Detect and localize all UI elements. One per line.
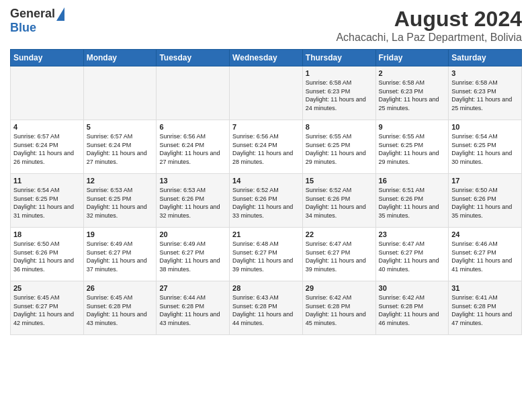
header-wednesday: Wednesday — [230, 50, 303, 66]
day-number: 7 — [232, 123, 300, 131]
day-number: 18 — [13, 230, 81, 238]
calendar-cell: 28Sunrise: 6:43 AM Sunset: 6:28 PM Dayli… — [230, 281, 303, 335]
header-thursday: Thursday — [302, 50, 375, 66]
day-number: 9 — [379, 123, 446, 131]
logo: General Blue — [10, 7, 64, 35]
calendar-cell: 29Sunrise: 6:42 AM Sunset: 6:28 PM Dayli… — [302, 281, 375, 335]
day-number: 27 — [159, 284, 226, 292]
logo-blue-text: Blue — [10, 21, 36, 35]
cell-content: Sunrise: 6:50 AM Sunset: 6:26 PM Dayligh… — [451, 186, 519, 220]
day-number: 26 — [87, 284, 154, 292]
calendar-cell — [230, 66, 303, 120]
day-number: 22 — [306, 230, 373, 238]
calendar-cell: 9Sunrise: 6:55 AM Sunset: 6:25 PM Daylig… — [375, 120, 449, 174]
logo-triangle-icon — [56, 7, 64, 21]
calendar-cell: 14Sunrise: 6:52 AM Sunset: 6:26 PM Dayli… — [230, 174, 303, 228]
cell-content: Sunrise: 6:53 AM Sunset: 6:25 PM Dayligh… — [87, 186, 154, 220]
calendar-cell: 27Sunrise: 6:44 AM Sunset: 6:28 PM Dayli… — [157, 281, 230, 335]
cell-content: Sunrise: 6:57 AM Sunset: 6:24 PM Dayligh… — [87, 132, 154, 166]
header-sunday: Sunday — [11, 50, 84, 66]
cell-content: Sunrise: 6:49 AM Sunset: 6:27 PM Dayligh… — [159, 240, 226, 273]
cell-content: Sunrise: 6:42 AM Sunset: 6:28 PM Dayligh… — [379, 293, 446, 327]
header-row: Sunday Monday Tuesday Wednesday Thursday… — [11, 50, 522, 66]
day-number: 8 — [306, 123, 373, 131]
calendar-cell: 3Sunrise: 6:58 AM Sunset: 6:23 PM Daylig… — [449, 66, 522, 120]
cell-content: Sunrise: 6:44 AM Sunset: 6:28 PM Dayligh… — [159, 293, 226, 327]
week-row-5: 25Sunrise: 6:45 AM Sunset: 6:27 PM Dayli… — [11, 281, 522, 335]
day-number: 6 — [159, 123, 226, 131]
calendar-cell: 8Sunrise: 6:55 AM Sunset: 6:25 PM Daylig… — [302, 120, 375, 174]
header-friday: Friday — [375, 50, 449, 66]
calendar-cell: 13Sunrise: 6:53 AM Sunset: 6:26 PM Dayli… — [157, 174, 230, 228]
cell-content: Sunrise: 6:43 AM Sunset: 6:28 PM Dayligh… — [232, 293, 300, 327]
cell-content: Sunrise: 6:50 AM Sunset: 6:26 PM Dayligh… — [13, 240, 81, 273]
main-title: August 2024 — [336, 7, 522, 32]
calendar-cell: 24Sunrise: 6:46 AM Sunset: 6:27 PM Dayli… — [449, 228, 522, 281]
calendar-cell — [11, 66, 84, 120]
day-number: 1 — [306, 69, 373, 77]
calendar-cell: 11Sunrise: 6:54 AM Sunset: 6:25 PM Dayli… — [11, 174, 84, 228]
week-row-4: 18Sunrise: 6:50 AM Sunset: 6:26 PM Dayli… — [11, 228, 522, 281]
calendar-cell: 25Sunrise: 6:45 AM Sunset: 6:27 PM Dayli… — [11, 281, 84, 335]
day-number: 30 — [379, 284, 446, 292]
cell-content: Sunrise: 6:45 AM Sunset: 6:27 PM Dayligh… — [13, 293, 81, 327]
calendar-cell — [157, 66, 230, 120]
title-block: August 2024 Achacachi, La Paz Department… — [336, 7, 522, 44]
calendar-cell: 7Sunrise: 6:56 AM Sunset: 6:24 PM Daylig… — [230, 120, 303, 174]
day-number: 28 — [232, 284, 300, 292]
calendar-cell: 15Sunrise: 6:52 AM Sunset: 6:26 PM Dayli… — [302, 174, 375, 228]
cell-content: Sunrise: 6:55 AM Sunset: 6:25 PM Dayligh… — [306, 132, 373, 166]
cell-content: Sunrise: 6:58 AM Sunset: 6:23 PM Dayligh… — [306, 79, 373, 112]
page: General Blue August 2024 Achacachi, La P… — [0, 0, 532, 411]
calendar-cell: 30Sunrise: 6:42 AM Sunset: 6:28 PM Dayli… — [375, 281, 449, 335]
calendar-cell: 17Sunrise: 6:50 AM Sunset: 6:26 PM Dayli… — [449, 174, 522, 228]
calendar-cell: 21Sunrise: 6:48 AM Sunset: 6:27 PM Dayli… — [230, 228, 303, 281]
calendar-cell: 2Sunrise: 6:58 AM Sunset: 6:23 PM Daylig… — [375, 66, 449, 120]
day-number: 13 — [159, 177, 226, 185]
cell-content: Sunrise: 6:46 AM Sunset: 6:27 PM Dayligh… — [451, 240, 519, 273]
cell-content: Sunrise: 6:53 AM Sunset: 6:26 PM Dayligh… — [159, 186, 226, 220]
cell-content: Sunrise: 6:57 AM Sunset: 6:24 PM Dayligh… — [13, 132, 81, 166]
cell-content: Sunrise: 6:56 AM Sunset: 6:24 PM Dayligh… — [232, 132, 300, 166]
cell-content: Sunrise: 6:52 AM Sunset: 6:26 PM Dayligh… — [232, 186, 300, 220]
day-number: 17 — [451, 177, 519, 185]
cell-content: Sunrise: 6:58 AM Sunset: 6:23 PM Dayligh… — [379, 79, 446, 112]
calendar-cell: 12Sunrise: 6:53 AM Sunset: 6:25 PM Dayli… — [83, 174, 157, 228]
day-number: 23 — [379, 230, 446, 238]
day-number: 25 — [13, 284, 81, 292]
cell-content: Sunrise: 6:52 AM Sunset: 6:26 PM Dayligh… — [306, 186, 373, 220]
day-number: 24 — [451, 230, 519, 238]
day-number: 31 — [451, 284, 519, 292]
week-row-2: 4Sunrise: 6:57 AM Sunset: 6:24 PM Daylig… — [11, 120, 522, 174]
cell-content: Sunrise: 6:41 AM Sunset: 6:28 PM Dayligh… — [451, 293, 519, 327]
day-number: 15 — [306, 177, 373, 185]
header: General Blue August 2024 Achacachi, La P… — [10, 7, 522, 44]
calendar-cell: 31Sunrise: 6:41 AM Sunset: 6:28 PM Dayli… — [449, 281, 522, 335]
day-number: 29 — [306, 284, 373, 292]
sub-title: Achacachi, La Paz Department, Bolivia — [336, 32, 522, 44]
calendar-cell: 4Sunrise: 6:57 AM Sunset: 6:24 PM Daylig… — [11, 120, 84, 174]
cell-content: Sunrise: 6:47 AM Sunset: 6:27 PM Dayligh… — [379, 240, 446, 273]
cell-content: Sunrise: 6:58 AM Sunset: 6:23 PM Dayligh… — [451, 79, 519, 112]
calendar-cell: 6Sunrise: 6:56 AM Sunset: 6:24 PM Daylig… — [157, 120, 230, 174]
day-number: 21 — [232, 230, 300, 238]
day-number: 14 — [232, 177, 300, 185]
calendar-table: Sunday Monday Tuesday Wednesday Thursday… — [10, 49, 522, 335]
cell-content: Sunrise: 6:45 AM Sunset: 6:28 PM Dayligh… — [87, 293, 154, 327]
calendar-cell: 20Sunrise: 6:49 AM Sunset: 6:27 PM Dayli… — [157, 228, 230, 281]
cell-content: Sunrise: 6:47 AM Sunset: 6:27 PM Dayligh… — [306, 240, 373, 273]
calendar-cell — [83, 66, 157, 120]
calendar-cell: 1Sunrise: 6:58 AM Sunset: 6:23 PM Daylig… — [302, 66, 375, 120]
day-number: 10 — [451, 123, 519, 131]
day-number: 12 — [87, 177, 154, 185]
header-saturday: Saturday — [449, 50, 522, 66]
day-number: 11 — [13, 177, 81, 185]
calendar-body: 1Sunrise: 6:58 AM Sunset: 6:23 PM Daylig… — [11, 66, 522, 335]
cell-content: Sunrise: 6:56 AM Sunset: 6:24 PM Dayligh… — [159, 132, 226, 166]
day-number: 16 — [379, 177, 446, 185]
day-number: 20 — [159, 230, 226, 238]
day-number: 2 — [379, 69, 446, 77]
cell-content: Sunrise: 6:49 AM Sunset: 6:27 PM Dayligh… — [87, 240, 154, 273]
cell-content: Sunrise: 6:48 AM Sunset: 6:27 PM Dayligh… — [232, 240, 300, 273]
calendar-cell: 10Sunrise: 6:54 AM Sunset: 6:25 PM Dayli… — [449, 120, 522, 174]
